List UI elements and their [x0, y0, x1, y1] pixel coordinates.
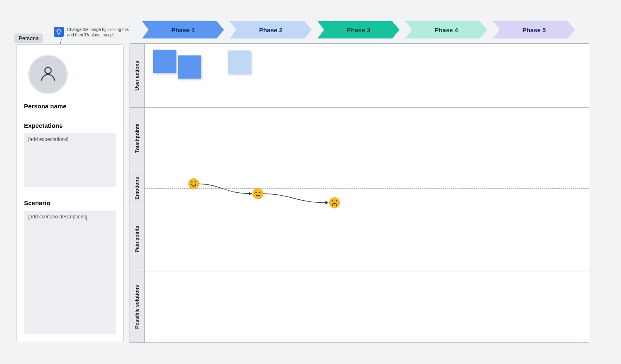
emoji-neutral-icon[interactable]	[253, 188, 263, 199]
row-label-cell: Possible solutions	[130, 271, 145, 342]
row-content[interactable]	[145, 207, 589, 271]
phase-label: Phase 5	[522, 26, 546, 34]
journey-grid: User actions Touchpoints Emotions Pain p…	[130, 43, 589, 343]
row-label: Touchpoints	[135, 123, 140, 153]
row-label-cell: Emotions	[130, 169, 145, 207]
row-label: Emotions	[135, 177, 140, 199]
row-label: Pain points	[135, 226, 140, 253]
scenario-input[interactable]: [add scenario descriptions]	[24, 211, 116, 334]
row-content[interactable]	[145, 44, 589, 107]
row-label-cell: Touchpoints	[130, 108, 145, 169]
row-label-cell: User actions	[130, 44, 145, 107]
sticky-note[interactable]	[228, 50, 251, 74]
emoji-happy-icon[interactable]	[188, 178, 199, 189]
expectations-input[interactable]: [add expectations]	[24, 133, 116, 187]
phase-label: Phase 2	[259, 26, 283, 34]
phase-5[interactable]: Phase 5	[493, 21, 575, 38]
avatar-placeholder[interactable]	[28, 55, 68, 94]
scenario-title: Scenario	[24, 199, 116, 206]
persona-tag[interactable]: Persona	[14, 34, 43, 43]
row-content[interactable]	[145, 108, 589, 169]
tip-callout: Change the image by clicking this and th…	[54, 27, 137, 38]
row-content[interactable]	[145, 271, 589, 342]
row-label: User actions	[135, 60, 140, 90]
expectations-placeholder: [add expectations]	[28, 136, 68, 142]
sticky-note[interactable]	[178, 55, 201, 79]
phase-2[interactable]: Phase 2	[230, 21, 312, 38]
persona-card: Persona name Expectations [add expectati…	[16, 44, 124, 342]
row-touchpoints: Touchpoints	[130, 107, 589, 169]
persona-tag-label: Persona	[19, 35, 39, 41]
row-user_actions: User actions	[130, 44, 589, 107]
row-label: Possible solutions	[135, 285, 140, 329]
tip-text: Change the image by clicking this and th…	[67, 27, 133, 38]
person-icon	[39, 64, 58, 85]
emotions-curve	[145, 169, 589, 207]
row-label-cell: Pain points	[130, 207, 145, 271]
phase-label: Phase 3	[347, 26, 371, 34]
phase-1[interactable]: Phase 1	[142, 21, 224, 38]
row-emotions: Emotions	[130, 169, 589, 207]
phase-label: Phase 1	[171, 26, 195, 34]
phase-4[interactable]: Phase 4	[405, 21, 487, 38]
expectations-title: Expectations	[24, 122, 116, 129]
phases-row: Phase 1 Phase 2 Phase 3 Phase 4 Phase 5	[142, 21, 575, 38]
phase-label: Phase 4	[435, 26, 458, 34]
svg-point-0	[45, 67, 51, 74]
row-content[interactable]	[145, 169, 589, 207]
sticky-note[interactable]	[153, 50, 176, 73]
lightbulb-icon	[54, 27, 64, 37]
row-pain_points: Pain points	[130, 207, 589, 271]
phase-3[interactable]: Phase 3	[318, 21, 400, 38]
scenario-placeholder: [add scenario descriptions]	[28, 214, 87, 220]
persona-name[interactable]: Persona name	[24, 103, 116, 110]
row-solutions: Possible solutions	[130, 271, 589, 342]
